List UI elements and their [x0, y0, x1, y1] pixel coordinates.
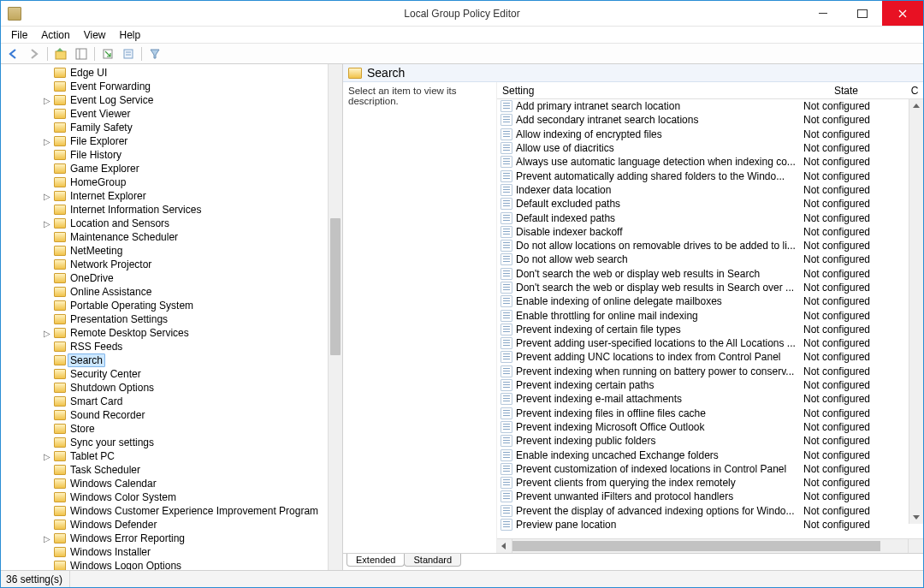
setting-row[interactable]: Disable indexer backoffNot configured	[497, 225, 923, 239]
filter-button[interactable]	[145, 45, 164, 62]
tree-item[interactable]: ▷Windows Error Reporting	[1, 532, 342, 545]
tree-item[interactable]: Family Safety	[1, 121, 342, 134]
menu-file[interactable]: File	[4, 29, 34, 41]
tree-item[interactable]: ▷File Explorer	[1, 134, 342, 148]
tree-item[interactable]: Sound Recorder	[1, 408, 342, 422]
setting-row[interactable]: Don't search the web or display web resu…	[497, 281, 923, 294]
setting-row[interactable]: Enable throttling for online mail indexi…	[497, 308, 923, 322]
tree-item[interactable]: NetMeeting	[1, 244, 342, 258]
settings-vscrollbar[interactable]	[909, 99, 923, 524]
setting-row[interactable]: Prevent indexing of certain file typesNo…	[497, 323, 923, 336]
tree-item[interactable]: ▷Location and Sensors	[1, 217, 342, 230]
setting-row[interactable]: Indexer data locationNot configured	[497, 183, 923, 197]
tree-item[interactable]: ▷Internet Explorer	[1, 189, 342, 203]
tree-item[interactable]: Windows Installer	[1, 545, 342, 559]
menu-action[interactable]: Action	[34, 29, 76, 41]
tree-item[interactable]: Windows Defender	[1, 518, 342, 532]
refresh-button[interactable]	[98, 45, 117, 62]
setting-row[interactable]: Prevent clients from querying the index …	[497, 476, 923, 490]
setting-row[interactable]: Prevent the display of advanced indexing…	[497, 504, 923, 518]
tree-item[interactable]: Search	[1, 353, 342, 367]
tree-item[interactable]: Windows Logon Options	[1, 559, 342, 570]
expander-icon[interactable]: ▷	[42, 96, 52, 105]
column-setting[interactable]: Setting	[497, 85, 786, 97]
tree-item[interactable]: ▷Event Log Service	[1, 93, 342, 107]
menu-view[interactable]: View	[77, 29, 113, 41]
tree-item[interactable]: File History	[1, 148, 342, 162]
setting-row[interactable]: Prevent adding UNC locations to index fr…	[497, 350, 923, 364]
column-comment[interactable]: C	[906, 85, 923, 97]
setting-row[interactable]: Allow use of diacriticsNot configured	[497, 141, 923, 155]
setting-row[interactable]: Add primary intranet search locationNot …	[497, 99, 923, 113]
expander-icon[interactable]: ▷	[42, 137, 52, 146]
tree-item[interactable]: Smart Card	[1, 395, 342, 408]
properties-button[interactable]	[119, 45, 138, 62]
tree-item[interactable]: Portable Operating System	[1, 299, 342, 312]
setting-row[interactable]: Preview pane locationNot configured	[497, 518, 923, 532]
show-hide-tree-button[interactable]	[72, 45, 91, 62]
setting-row[interactable]: Prevent automatically adding shared fold…	[497, 169, 923, 182]
close-button[interactable]	[882, 1, 923, 26]
tree-item[interactable]: Event Forwarding	[1, 80, 342, 93]
tree-item[interactable]: Shutdown Options	[1, 381, 342, 395]
setting-row[interactable]: Prevent indexing Microsoft Office Outloo…	[497, 420, 923, 434]
tree-scrollbar[interactable]	[328, 64, 342, 570]
setting-row[interactable]: Do not allow web searchNot configured	[497, 252, 923, 266]
tree-item[interactable]: RSS Feeds	[1, 340, 342, 353]
tree-item[interactable]: Store	[1, 422, 342, 436]
tree-item[interactable]: ▷Tablet PC	[1, 449, 342, 463]
tree-item[interactable]: Internet Information Services	[1, 203, 342, 217]
setting-row[interactable]: Enable indexing of online delegate mailb…	[497, 294, 923, 308]
back-button[interactable]	[4, 45, 23, 62]
tree-item[interactable]: OneDrive	[1, 271, 342, 285]
setting-row[interactable]: Default excluded pathsNot configured	[497, 197, 923, 211]
setting-row[interactable]: Prevent unwanted iFilters and protocol h…	[497, 490, 923, 503]
setting-row[interactable]: Prevent adding user-specified locations …	[497, 336, 923, 350]
tree-item[interactable]: Windows Calendar	[1, 477, 342, 490]
menu-help[interactable]: Help	[113, 29, 148, 41]
tree-item[interactable]: Windows Color System	[1, 490, 342, 504]
setting-row[interactable]: Prevent customization of indexed locatio…	[497, 462, 923, 476]
tree-item[interactable]: HomeGroup	[1, 175, 342, 189]
setting-row[interactable]: Add secondary intranet search locationsN…	[497, 113, 923, 127]
up-button[interactable]	[51, 45, 70, 62]
expander-icon[interactable]: ▷	[42, 329, 52, 338]
setting-row[interactable]: Prevent indexing files in offline files …	[497, 407, 923, 420]
settings-hscrollbar[interactable]	[497, 538, 923, 553]
setting-row[interactable]: Prevent indexing certain pathsNot config…	[497, 378, 923, 392]
tree-item[interactable]: Network Projector	[1, 258, 342, 271]
tree-item[interactable]: Maintenance Scheduler	[1, 230, 342, 244]
tree-item[interactable]: Edge UI	[1, 66, 342, 80]
tree-item[interactable]: Sync your settings	[1, 436, 342, 449]
setting-row[interactable]: Always use automatic language detection …	[497, 155, 923, 169]
setting-row[interactable]: Enable indexing uncached Exchange folder…	[497, 448, 923, 461]
maximize-button[interactable]	[843, 1, 882, 26]
expander-icon[interactable]: ▷	[42, 192, 52, 201]
tree-item[interactable]: ▷Remote Desktop Services	[1, 326, 342, 340]
tab-standard[interactable]: Standard	[404, 554, 461, 567]
tab-extended[interactable]: Extended	[346, 554, 405, 567]
minimize-button[interactable]	[803, 1, 843, 26]
setting-row[interactable]: Do not allow locations on removable driv…	[497, 239, 923, 252]
tree-item[interactable]: Security Center	[1, 367, 342, 381]
setting-row[interactable]: Prevent indexing when running on battery…	[497, 365, 923, 378]
expander-icon[interactable]: ▷	[42, 219, 52, 229]
setting-row[interactable]: Prevent indexing public foldersNot confi…	[497, 434, 923, 448]
tree-item[interactable]: Presentation Settings	[1, 312, 342, 326]
tree-item[interactable]: Event Viewer	[1, 107, 342, 121]
tree-item[interactable]: Task Scheduler	[1, 463, 342, 477]
settings-list[interactable]: Add primary intranet search locationNot …	[497, 99, 923, 538]
tree-item[interactable]: Game Explorer	[1, 162, 342, 175]
setting-row[interactable]: Prevent indexing e-mail attachmentsNot c…	[497, 392, 923, 406]
tree-scroll[interactable]: Edge UIEvent Forwarding▷Event Log Servic…	[1, 64, 342, 570]
expander-icon[interactable]: ▷	[42, 534, 52, 543]
setting-row[interactable]: Default indexed pathsNot configured	[497, 211, 923, 224]
tree-scrollbar-thumb[interactable]	[330, 218, 341, 355]
forward-button[interactable]	[25, 45, 44, 62]
tree-item[interactable]: Windows Customer Experience Improvement …	[1, 504, 342, 518]
tree-item[interactable]: Online Assistance	[1, 285, 342, 299]
column-state[interactable]: State	[786, 85, 906, 97]
setting-row[interactable]: Allow indexing of encrypted filesNot con…	[497, 128, 923, 141]
expander-icon[interactable]: ▷	[42, 452, 52, 461]
setting-row[interactable]: Don't search the web or display web resu…	[497, 267, 923, 281]
